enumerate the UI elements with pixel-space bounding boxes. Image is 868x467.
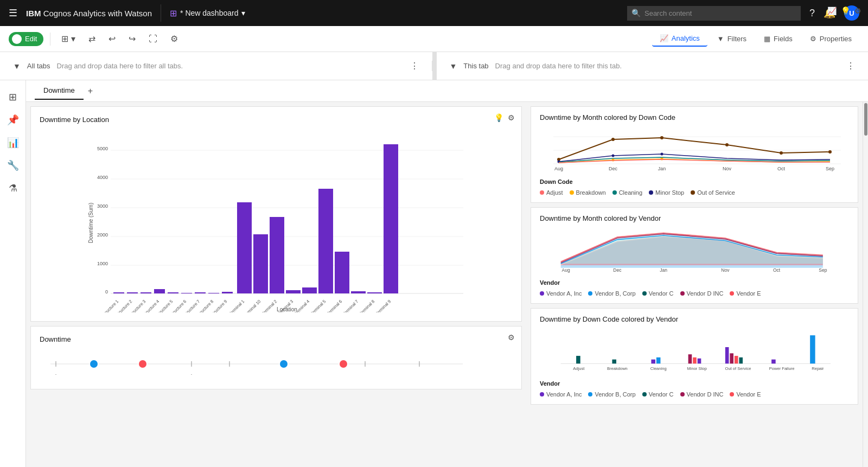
- insight-icon[interactable]: 💡: [494, 113, 503, 122]
- analytics-label: Analytics: [672, 34, 700, 42]
- downtime-downcode-title: Downtime by Month colored by Down Code: [540, 113, 849, 121]
- tab-fields[interactable]: ▦ Fields: [756, 31, 800, 47]
- save-button[interactable]: ⊞ ▾: [57, 31, 79, 46]
- svg-text:Dec: Dec: [609, 166, 618, 171]
- svg-rect-109: [730, 353, 733, 363]
- all-tabs-filter: ▼ All tabs Drag and drop data here to fi…: [0, 61, 432, 71]
- svg-rect-19: [195, 292, 206, 293]
- card-actions-location: 💡 ⚙: [494, 113, 515, 122]
- app-title: IBM Cognos Analytics with Watson: [26, 9, 152, 18]
- svg-text:Parking Structure 1: Parking Structure 1: [90, 299, 120, 312]
- vendor-area-svg: Aug Dec Jan Nov Oct Sep: [540, 227, 849, 276]
- downtime-vendor-card: Downtime by Month colored by Vendor 💡 ⚙ …: [531, 207, 858, 304]
- all-tabs-placeholder: Drag and drop data here to filter all ta…: [57, 62, 183, 70]
- svg-point-54: [138, 360, 147, 368]
- svg-text:Oct: Oct: [773, 267, 781, 273]
- settings-icon[interactable]: ⚙: [508, 113, 515, 122]
- chart-title-location: Downtime by Location: [40, 116, 513, 124]
- add-tab-button[interactable]: +: [86, 84, 95, 98]
- filter-this-tab-menu[interactable]: ⋮: [846, 61, 855, 71]
- search-input[interactable]: [627, 6, 801, 21]
- svg-rect-106: [693, 357, 697, 363]
- svg-rect-13: [113, 292, 124, 293]
- svg-rect-18: [181, 293, 192, 293]
- svg-text:Jan: Jan: [658, 166, 666, 171]
- svg-rect-14: [127, 292, 138, 293]
- tab-filters[interactable]: ▼ Filters: [710, 31, 754, 47]
- right-scrollbar[interactable]: [863, 102, 868, 467]
- chevron-down-icon[interactable]: ▾: [241, 9, 245, 17]
- redo-button[interactable]: ↪: [124, 31, 140, 46]
- vendor2-legend: Vendor A, Inc Vendor B, Corp Vendor C Ve…: [540, 391, 849, 398]
- svg-rect-24: [270, 217, 284, 293]
- svg-text:Location: Location: [277, 306, 297, 312]
- svg-text:1000: 1000: [97, 261, 108, 266]
- svg-text:Power Failure: Power Failure: [769, 366, 795, 371]
- svg-text:4000: 4000: [97, 175, 108, 180]
- svg-text:Oct: Oct: [777, 166, 786, 171]
- svg-text:Aug: Aug: [554, 166, 563, 171]
- pin-icon[interactable]: 📌: [3, 110, 23, 130]
- more-button[interactable]: ⚙: [166, 31, 182, 46]
- svg-rect-27: [318, 189, 333, 293]
- left-sidebar: ⊞ 📌 📊 🔧 ⚗: [0, 80, 26, 467]
- search-container: 🔍: [627, 6, 801, 21]
- tab-properties[interactable]: ⚙ Properties: [802, 31, 859, 47]
- downtime-by-location-card: Downtime by Location 💡 ⚙ Downtime (Sum) …: [30, 106, 522, 322]
- downtime-downcode-card: Downtime by Month colored by Down Code 📈…: [531, 106, 858, 203]
- svg-point-74: [611, 138, 615, 141]
- svg-rect-16: [154, 289, 165, 293]
- svg-rect-112: [771, 360, 776, 364]
- svg-text:Terminal 9: Terminal 9: [374, 299, 392, 312]
- svg-text:Repair: Repair: [812, 366, 824, 371]
- dashboard-name-label: * New dashboard: [180, 9, 238, 17]
- svg-text:Terminal 6: Terminal 6: [326, 299, 343, 312]
- grid-icon[interactable]: ⊞: [4, 87, 21, 107]
- svg-text:Nov: Nov: [721, 267, 730, 273]
- svg-rect-22: [237, 202, 252, 293]
- edit-toggle[interactable]: Edit: [9, 32, 43, 46]
- help-icon[interactable]: ?: [809, 8, 815, 19]
- undo-button[interactable]: ↩: [104, 31, 120, 46]
- dashboard-title[interactable]: ⊞ * New dashboard ▾: [170, 8, 245, 18]
- tool-icon[interactable]: 🔧: [3, 155, 23, 176]
- svg-rect-28: [335, 252, 349, 293]
- expand-button[interactable]: ⛶: [144, 32, 162, 46]
- card-actions-downtime: ⚙: [508, 333, 515, 342]
- dot-chart-svg: . .: [40, 345, 513, 383]
- svg-rect-20: [208, 293, 219, 293]
- svg-text:Dec: Dec: [613, 267, 622, 273]
- vendor2-legend-title: Vendor: [540, 380, 849, 387]
- hamburger-menu[interactable]: ☰: [9, 7, 17, 19]
- svg-text:Terminal 10: Terminal 10: [242, 299, 262, 312]
- svg-text:Sep: Sep: [826, 166, 834, 171]
- downtime-downcode-vendor-card: Downtime by Down Code colored by Vendor …: [531, 308, 858, 405]
- settings-icon-downtime[interactable]: ⚙: [508, 333, 515, 342]
- svg-text:Minor Stop: Minor Stop: [687, 366, 707, 371]
- svg-rect-26: [302, 287, 317, 293]
- svg-text:Terminal 7: Terminal 7: [342, 299, 360, 312]
- share-button[interactable]: ⇄: [84, 31, 100, 46]
- edit-label: Edit: [25, 35, 37, 43]
- svg-text:Terminal 2: Terminal 2: [260, 299, 278, 312]
- svg-text:Terminal 8: Terminal 8: [358, 299, 376, 312]
- properties-label: Properties: [820, 35, 852, 43]
- filter-all-tabs-menu[interactable]: ⋮: [410, 61, 419, 71]
- nav-divider: [161, 4, 161, 22]
- svg-point-55: [279, 360, 288, 368]
- downtime-tab[interactable]: Downtime: [35, 82, 84, 100]
- filter-icon-all: ▼: [13, 62, 21, 71]
- dot-chart: . .: [40, 348, 513, 380]
- filters-label: Filters: [727, 35, 746, 43]
- filter-divider: [432, 52, 437, 80]
- svg-text:Nov: Nov: [723, 166, 732, 171]
- svg-text:Sep: Sep: [819, 267, 827, 273]
- filters-icon: ▼: [717, 35, 724, 43]
- tab-analytics[interactable]: 📈 Analytics: [652, 31, 707, 47]
- toolbar-separator-1: [50, 33, 50, 46]
- svg-rect-21: [222, 292, 233, 293]
- bar-chart-sidebar-icon[interactable]: 📊: [3, 132, 23, 153]
- svg-rect-25: [286, 290, 301, 293]
- flask-icon[interactable]: ⚗: [4, 178, 22, 199]
- filter-icon-this: ▼: [450, 62, 457, 71]
